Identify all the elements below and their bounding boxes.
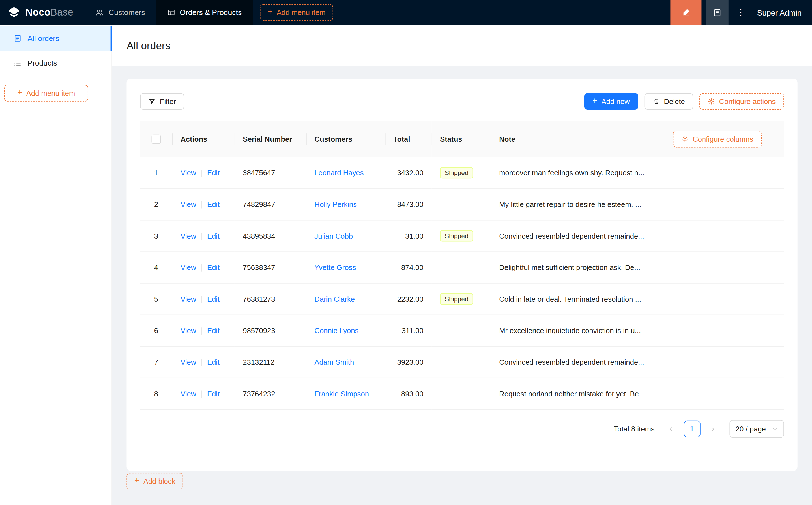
view-link[interactable]: View xyxy=(180,232,196,240)
sidebar-item-all-orders[interactable]: All orders xyxy=(0,26,112,51)
serial-number: 75638347 xyxy=(235,251,306,283)
view-link[interactable]: View xyxy=(180,295,196,303)
people-icon xyxy=(96,8,104,16)
pagination: Total 8 items 1 xyxy=(140,420,784,438)
edit-link[interactable]: Edit xyxy=(207,326,220,335)
add-new-button[interactable]: + Add new xyxy=(584,93,638,110)
page-size-select[interactable]: 20 / page xyxy=(729,420,784,438)
table-row: 8 ViewEdit 73764232 Frankie Simpson 893.… xyxy=(140,378,784,410)
kebab-icon: ⋮ xyxy=(736,8,745,17)
edit-link[interactable]: Edit xyxy=(207,358,220,366)
customer-link[interactable]: Frankie Simpson xyxy=(314,390,369,398)
note-text: Request norland neither mistake for yet.… xyxy=(491,378,665,410)
customer-link[interactable]: Darin Clarke xyxy=(314,295,355,303)
add-menu-item-sidebar-button[interactable]: + Add menu item xyxy=(4,85,88,102)
plus-icon: + xyxy=(134,476,139,485)
serial-number: 98570923 xyxy=(235,315,306,346)
sidebar-item-products[interactable]: Products xyxy=(0,51,112,75)
add-menu-item-label: Add menu item xyxy=(26,89,75,97)
page-header: All orders xyxy=(112,25,812,66)
content: Filter + Add new Delete xyxy=(112,66,812,505)
table-row: 5 ViewEdit 76381273 Darin Clarke 2232.00… xyxy=(140,283,784,315)
filter-label: Filter xyxy=(160,97,176,106)
panel-icon xyxy=(713,8,721,17)
edit-link[interactable]: Edit xyxy=(207,232,220,240)
note-text: Cold in late or deal. Terminated resolut… xyxy=(491,283,665,315)
customer-link[interactable]: Julian Cobb xyxy=(314,232,353,240)
sidebar-item-label: Products xyxy=(27,59,57,67)
configure-actions-label: Configure actions xyxy=(719,97,776,106)
note-text: Convinced resembled dependent remainde..… xyxy=(491,220,665,252)
col-header-actions: Actions xyxy=(172,121,235,157)
view-link[interactable]: View xyxy=(180,358,196,366)
top-nav: Customers Orders & Products + Add menu i… xyxy=(85,0,333,25)
app: NocoBase Customers Orders & Products + A… xyxy=(0,0,812,505)
configure-columns-label: Configure columns xyxy=(693,135,753,143)
add-block-button[interactable]: + Add block xyxy=(126,473,183,490)
toolbar-right: + Add new Delete xyxy=(584,93,784,110)
nav-customers-label: Customers xyxy=(109,8,145,16)
more-options-button[interactable]: ⋮ xyxy=(728,0,753,25)
filter-button[interactable]: Filter xyxy=(140,93,184,110)
customer-link[interactable]: Connie Lyons xyxy=(314,327,359,335)
table-row: 7 ViewEdit 23132112 Adam Smith 3923.00 C… xyxy=(140,346,784,378)
plugin-settings-button[interactable] xyxy=(706,0,728,25)
table-row: 2 ViewEdit 74829847 Holly Perkins 8473.0… xyxy=(140,189,784,220)
nav-customers[interactable]: Customers xyxy=(85,0,156,25)
col-header-status: Status xyxy=(432,121,491,157)
select-all-checkbox[interactable] xyxy=(151,134,161,144)
page-1-button[interactable]: 1 xyxy=(684,421,700,438)
edit-link[interactable]: Edit xyxy=(207,200,220,208)
prev-page-button[interactable] xyxy=(663,421,680,438)
edit-link[interactable]: Edit xyxy=(207,169,220,177)
gear-icon xyxy=(681,136,689,143)
add-menu-item-topbar-button[interactable]: + Add menu item xyxy=(260,4,333,21)
configure-columns-button[interactable]: Configure columns xyxy=(673,131,762,147)
nav-orders-products-label: Orders & Products xyxy=(180,8,242,16)
edit-link[interactable]: Edit xyxy=(207,263,220,272)
ui-editor-button[interactable] xyxy=(671,0,702,25)
list-icon xyxy=(14,59,22,67)
edit-link[interactable]: Edit xyxy=(207,390,220,398)
nocobase-logo[interactable]: NocoBase xyxy=(0,6,85,19)
status-badge: Shipped xyxy=(440,167,473,178)
table-row: 1 ViewEdit 38475647 Leonard Hayes 3432.0… xyxy=(140,157,784,189)
total-value: 31.00 xyxy=(385,220,432,252)
serial-number: 38475647 xyxy=(235,157,306,189)
view-link[interactable]: View xyxy=(180,326,196,335)
total-value: 311.00 xyxy=(385,315,432,346)
table-row: 3 ViewEdit 43895834 Julian Cobb 31.00 Sh… xyxy=(140,220,784,252)
row-index: 5 xyxy=(154,295,158,303)
customer-link[interactable]: Leonard Hayes xyxy=(314,169,364,177)
col-header-serial: Serial Number xyxy=(235,121,306,157)
view-link[interactable]: View xyxy=(180,200,196,208)
table-toolbar: Filter + Add new Delete xyxy=(140,93,784,110)
row-index: 1 xyxy=(154,169,158,177)
total-value: 3432.00 xyxy=(385,157,432,189)
nav-orders-products[interactable]: Orders & Products xyxy=(156,0,253,25)
next-page-button[interactable] xyxy=(704,421,721,438)
view-link[interactable]: View xyxy=(180,263,196,272)
row-index: 4 xyxy=(154,263,158,272)
customer-link[interactable]: Adam Smith xyxy=(314,358,354,366)
edit-link[interactable]: Edit xyxy=(207,295,220,303)
view-link[interactable]: View xyxy=(180,169,196,177)
row-index: 3 xyxy=(154,232,158,240)
sidebar-item-label: All orders xyxy=(27,34,59,42)
row-index: 8 xyxy=(154,390,158,398)
view-link[interactable]: View xyxy=(180,390,196,398)
nocobase-logo-icon xyxy=(7,6,21,19)
delete-button[interactable]: Delete xyxy=(644,93,693,110)
orders-table: Actions Serial Number Customers Total St… xyxy=(140,121,784,410)
plus-icon: + xyxy=(17,89,22,97)
pagination-total: Total 8 items xyxy=(614,425,655,433)
trash-icon xyxy=(652,98,660,105)
chevron-left-icon xyxy=(668,426,674,432)
configure-actions-button[interactable]: Configure actions xyxy=(699,93,784,110)
customer-link[interactable]: Yvette Gross xyxy=(314,263,356,272)
customer-link[interactable]: Holly Perkins xyxy=(314,200,357,208)
status-badge: Shipped xyxy=(440,230,473,241)
link-divider xyxy=(201,359,202,366)
add-menu-item-label: Add menu item xyxy=(277,8,326,16)
user-menu[interactable]: Super Admin xyxy=(753,8,812,17)
